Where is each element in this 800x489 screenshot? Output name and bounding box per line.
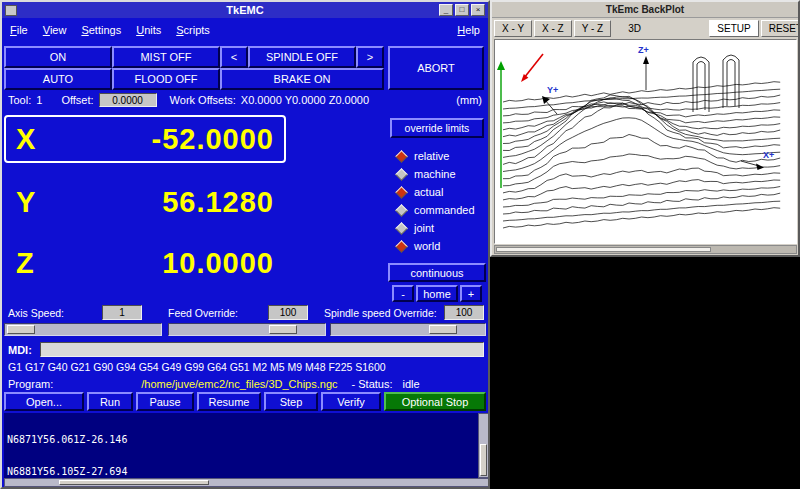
z-axis-label: Z+: [638, 45, 649, 55]
abort-button[interactable]: ABORT: [388, 46, 484, 90]
maximize-icon[interactable]: □: [455, 4, 469, 16]
setup-button[interactable]: SETUP: [709, 20, 758, 37]
menu-file[interactable]: File: [10, 24, 28, 36]
menubar: File View Settings Units Scripts Help: [2, 18, 488, 42]
listing-vertical-scrollbar-thumb[interactable]: [480, 444, 487, 476]
optional-stop-button[interactable]: Optional Stop: [384, 392, 486, 411]
green-axis-line: [497, 61, 505, 188]
mdi-label: MDI:: [8, 344, 32, 356]
home-button[interactable]: home: [416, 285, 458, 302]
tab-yz[interactable]: Y - Z: [574, 20, 611, 37]
work-offsets-label: Work Offsets:: [170, 94, 236, 106]
run-button[interactable]: Run: [87, 392, 133, 411]
x-axis-label: X+: [763, 150, 774, 160]
listing-horizontal-scrollbar-thumb[interactable]: [59, 480, 209, 485]
main-titlebar[interactable]: TkEMC _ □ ×: [2, 2, 488, 18]
program-label: Program:: [8, 378, 53, 390]
axis-speed-value: 1: [102, 305, 142, 320]
override-limits-button[interactable]: override limits: [390, 118, 484, 138]
radio-commanded-indicator: [395, 204, 408, 217]
radio-machine-indicator: [395, 168, 408, 181]
program-path: /home/juve/emc2/nc_files/3D_Chips.ngc: [141, 378, 337, 390]
radio-commanded[interactable]: commanded: [397, 202, 475, 218]
radio-relative-label: relative: [414, 150, 449, 162]
jog-plus-button[interactable]: +: [460, 285, 482, 302]
radio-joint-indicator: [395, 222, 408, 235]
window-title: TkEMC: [226, 2, 263, 18]
menu-units[interactable]: Units: [136, 24, 161, 36]
minimize-icon[interactable]: _: [439, 4, 453, 16]
radio-machine[interactable]: machine: [397, 166, 456, 182]
offset-label: Offset:: [61, 94, 93, 106]
tab-xz[interactable]: X - Z: [534, 20, 572, 37]
backplot-tabs: X - Y X - Z Y - Z 3D SETUP RESET: [492, 19, 798, 38]
spindle-decrease-button[interactable]: <: [220, 46, 248, 68]
tool-number: 1: [36, 94, 42, 106]
dro-z-letter: Z: [16, 247, 34, 280]
units-indicator: (mm): [456, 94, 482, 106]
machine-on-button[interactable]: ON: [4, 46, 112, 68]
jog-mode-dropdown[interactable]: continuous: [388, 263, 486, 282]
feed-override-slider-thumb[interactable]: [269, 325, 297, 334]
offset-value-field: 0.0000: [99, 93, 157, 107]
close-icon[interactable]: ×: [471, 4, 485, 16]
tab-3d[interactable]: 3D: [613, 20, 656, 37]
resume-button[interactable]: Resume: [197, 392, 261, 411]
tool-offset-row: Tool: 1 Offset: 0.0000 Work Offsets: X0.…: [8, 92, 482, 108]
feed-override-slider[interactable]: [168, 323, 326, 336]
dro-axis-z[interactable]: Z 10.0000: [4, 239, 286, 287]
step-button[interactable]: Step: [264, 392, 318, 411]
radio-actual-label: actual: [414, 186, 443, 198]
radio-joint[interactable]: joint: [397, 220, 434, 236]
brake-button[interactable]: BRAKE ON: [220, 68, 384, 90]
listing-horizontal-scrollbar[interactable]: [4, 478, 489, 487]
verify-button[interactable]: Verify: [321, 392, 381, 411]
listing-vertical-scrollbar[interactable]: [478, 413, 489, 478]
jog-minus-button[interactable]: -: [392, 285, 414, 302]
dro-y-letter: Y: [16, 186, 35, 219]
dro-axis-x[interactable]: X -52.0000: [4, 115, 286, 163]
tool-pointer-arrow: [521, 54, 543, 82]
window-menu-icon[interactable]: [5, 5, 17, 16]
backplot-horizontal-scrollbar[interactable]: [494, 245, 797, 254]
radio-machine-label: machine: [414, 168, 456, 180]
reset-button[interactable]: RESET: [761, 20, 800, 37]
mode-auto-button[interactable]: AUTO: [4, 68, 112, 90]
menu-help[interactable]: Help: [457, 24, 480, 36]
open-button[interactable]: Open...: [4, 392, 84, 411]
spindle-button[interactable]: SPINDLE OFF: [248, 46, 356, 68]
menu-view[interactable]: View: [43, 24, 67, 36]
flood-button[interactable]: FLOOD OFF: [112, 68, 220, 90]
spindle-increase-button[interactable]: >: [356, 46, 384, 68]
backplot-scrollbar-thumb[interactable]: [496, 247, 711, 252]
axis-speed-slider-thumb[interactable]: [7, 325, 35, 334]
dro-axis-y[interactable]: Y 56.1280: [4, 178, 286, 226]
tkemc-window: TkEMC _ □ × File View Settings Units Scr…: [0, 0, 490, 489]
dro-x-value: -52.0000: [152, 123, 275, 156]
program-listing[interactable]: N6871Y56.061Z-26.146 N6881Y56.105Z-27.69…: [4, 413, 478, 478]
status-value: idle: [402, 378, 419, 390]
tool-label: Tool:: [8, 94, 31, 106]
listing-line: N6871Y56.061Z-26.146: [7, 435, 475, 446]
tab-xy[interactable]: X - Y: [494, 20, 532, 37]
spindle-override-slider-thumb[interactable]: [429, 325, 457, 334]
pause-button[interactable]: Pause: [136, 392, 194, 411]
mdi-input[interactable]: [40, 342, 484, 357]
work-offsets-value: X0.0000 Y0.0000 Z0.0000: [241, 94, 369, 106]
program-row: Program: /home/juve/emc2/nc_files/3D_Chi…: [8, 377, 482, 391]
radio-world[interactable]: world: [397, 238, 440, 254]
backplot-titlebar[interactable]: TkEmc BackPlot: [492, 2, 798, 18]
axis-speed-slider[interactable]: [4, 323, 162, 336]
menu-scripts[interactable]: Scripts: [176, 24, 210, 36]
window-controls: _ □ ×: [439, 4, 485, 16]
mist-button[interactable]: MIST OFF: [112, 46, 220, 68]
menu-settings[interactable]: Settings: [81, 24, 121, 36]
dro-y-value: 56.1280: [162, 186, 274, 219]
status-label: - Status:: [352, 378, 393, 390]
radio-relative[interactable]: relative: [397, 148, 449, 164]
radio-commanded-label: commanded: [414, 204, 475, 216]
backplot-plot: Z+ Y+ X+: [495, 40, 796, 243]
radio-actual[interactable]: actual: [397, 184, 443, 200]
spindle-override-slider[interactable]: [330, 323, 486, 336]
active-gcodes: G1 G17 G40 G21 G90 G94 G54 G49 G99 G64 G…: [8, 361, 386, 373]
